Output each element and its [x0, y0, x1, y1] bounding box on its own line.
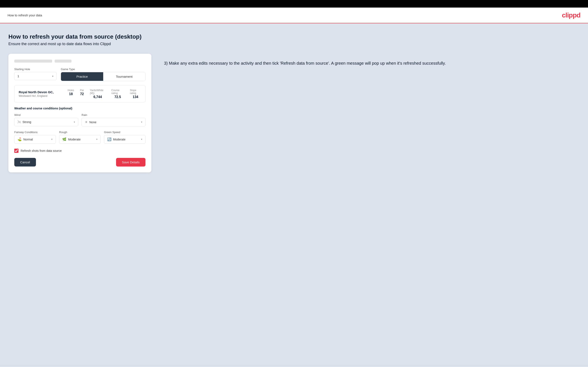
rain-label: Rain — [82, 113, 146, 117]
par-stat: Par 72 — [80, 89, 84, 99]
wind-rain-row: Wind 🌬 Strong ▾ Rain ☀ None ▾ — [14, 113, 146, 126]
tab-placeholder-2 — [55, 60, 71, 63]
fairway-group: Fairway Conditions ⛳ Normal ▾ — [14, 131, 56, 144]
course-location: Westward Ho!, England — [19, 94, 68, 97]
slope-rating-value: 134 — [133, 95, 138, 99]
wind-select[interactable]: 🌬 Strong ▾ — [14, 118, 78, 126]
rain-group: Rain ☀ None ▾ — [82, 113, 146, 126]
wind-chevron: ▾ — [74, 121, 75, 124]
weather-section-title: Weather and course conditions (optional) — [14, 107, 146, 110]
wind-icon: 🌬 — [17, 120, 21, 124]
button-row: Cancel Save Details — [14, 158, 146, 167]
green-speed-group: Green Speed 🔄 Moderate ▾ — [104, 131, 146, 144]
fairway-label: Fairway Conditions — [14, 131, 56, 134]
yards-value: 6,744 — [93, 95, 102, 99]
refresh-label[interactable]: Refresh shots from data source — [21, 149, 62, 152]
green-speed-select[interactable]: 🔄 Moderate ▾ — [104, 135, 146, 144]
rough-group: Rough 🌿 Moderate ▾ — [59, 131, 101, 144]
course-rating-stat: Course rating 72.5 — [112, 89, 124, 99]
game-type-group: Game Type Practice Tournament — [61, 68, 146, 81]
page-subheading: Ensure the correct and most up to date d… — [9, 42, 579, 46]
starting-hole-gametype-row: Starting Hole 1 ▾ Game Type Practice Tou… — [14, 68, 146, 81]
course-rating-label: Course rating — [112, 89, 124, 95]
cancel-button[interactable]: Cancel — [14, 158, 36, 167]
starting-hole-group: Starting Hole 1 ▾ — [14, 68, 57, 80]
conditions-row-3: Fairway Conditions ⛳ Normal ▾ Rough 🌿 Mo… — [14, 131, 146, 144]
main-content: How to refresh your data from source (de… — [0, 23, 588, 365]
header: How to refresh your data clippd — [0, 8, 588, 23]
footer: Copyright Clippd 2022 — [0, 365, 588, 367]
game-type-label: Game Type — [61, 68, 146, 71]
instruction-text: 3) Make any extra edits necessary to the… — [164, 60, 579, 66]
fairway-value: Normal — [23, 138, 50, 141]
rough-select[interactable]: 🌿 Moderate ▾ — [59, 135, 101, 144]
refresh-checkbox[interactable] — [14, 149, 18, 153]
rough-chevron: ▾ — [96, 138, 97, 141]
starting-hole-value: 1 — [17, 74, 19, 78]
tab-placeholder-1 — [14, 60, 52, 63]
holes-label: Holes — [68, 89, 74, 92]
save-button[interactable]: Save Details — [116, 158, 146, 167]
wind-value: Strong — [23, 120, 72, 124]
top-bar — [0, 0, 588, 8]
wind-label: Wind — [14, 113, 78, 117]
slope-rating-stat: Slope rating 134 — [130, 89, 141, 99]
rough-value: Moderate — [68, 138, 94, 141]
rain-chevron: ▾ — [141, 121, 142, 124]
course-rating-value: 72.5 — [114, 95, 121, 99]
holes-stat: Holes 18 — [68, 89, 74, 99]
practice-button[interactable]: Practice — [61, 72, 103, 81]
rough-icon: 🌿 — [62, 137, 66, 141]
green-speed-icon: 🔄 — [107, 137, 112, 141]
rain-select[interactable]: ☀ None ▾ — [82, 118, 146, 126]
wind-group: Wind 🌬 Strong ▾ — [14, 113, 78, 126]
fairway-chevron: ▾ — [51, 138, 52, 141]
starting-hole-label: Starting Hole — [14, 68, 57, 71]
par-label: Par — [80, 89, 84, 92]
form-panel: Starting Hole 1 ▾ Game Type Practice Tou… — [9, 54, 151, 172]
fairway-icon: ⛳ — [17, 137, 22, 141]
top-tabs — [14, 60, 146, 63]
starting-hole-chevron: ▾ — [52, 75, 53, 78]
refresh-checkbox-row: Refresh shots from data source — [14, 149, 146, 153]
tournament-button[interactable]: Tournament — [103, 72, 145, 81]
course-info-box: Royal North Devon GC, Westward Ho!, Engl… — [14, 85, 146, 102]
rain-value: None — [89, 121, 139, 124]
rough-label: Rough — [59, 131, 101, 134]
yards-label: Yards/White (M)) — [90, 89, 105, 95]
rain-icon: ☀ — [85, 120, 88, 124]
course-name-block: Royal North Devon GC, Westward Ho!, Engl… — [19, 90, 68, 97]
instruction-panel: 3) Make any extra edits necessary to the… — [164, 54, 579, 66]
fairway-select[interactable]: ⛳ Normal ▾ — [14, 135, 56, 144]
page-heading: How to refresh your data from source (de… — [9, 33, 579, 40]
course-stats: Holes 18 Par 72 Yards/White (M)) 6,744 C… — [68, 89, 141, 99]
holes-value: 18 — [69, 92, 73, 96]
par-value: 72 — [80, 92, 84, 96]
green-speed-value: Moderate — [113, 138, 139, 141]
slope-rating-label: Slope rating — [130, 89, 141, 95]
yards-stat: Yards/White (M)) 6,744 — [90, 89, 105, 99]
content-row: Starting Hole 1 ▾ Game Type Practice Tou… — [9, 54, 579, 172]
game-type-buttons: Practice Tournament — [61, 72, 146, 81]
starting-hole-select[interactable]: 1 ▾ — [14, 72, 57, 80]
logo: clippd — [562, 11, 580, 19]
green-speed-label: Green Speed — [104, 131, 146, 134]
green-speed-chevron: ▾ — [141, 138, 142, 141]
header-title: How to refresh your data — [8, 13, 42, 17]
course-name: Royal North Devon GC, — [19, 90, 68, 94]
